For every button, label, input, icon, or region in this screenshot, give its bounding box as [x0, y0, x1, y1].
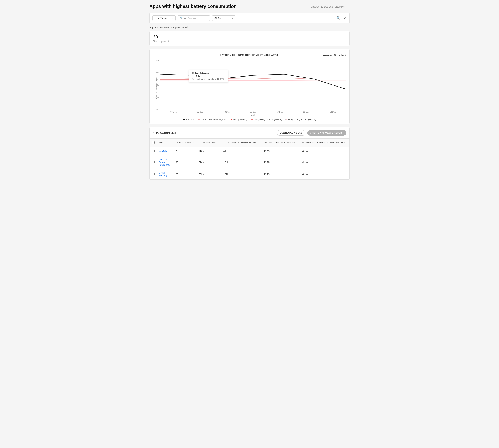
- sort-device-count-icon[interactable]: ↕: [193, 142, 194, 144]
- note-bar: App: low device count apps excluded: [149, 26, 350, 29]
- legend-dot-google-pay: [251, 119, 253, 120]
- download-csv-button[interactable]: DOWNLOAD AS CSV: [277, 130, 305, 136]
- row-checkbox-cell[interactable]: [150, 147, 156, 156]
- legend-youtube: YouTube: [183, 118, 194, 121]
- chart-x-axis: 06 Dec 07 Dec 08 Dec 09 Dec 10 Dec 11 De…: [160, 111, 346, 113]
- filter-button[interactable]: ⊽: [343, 15, 347, 21]
- sort-avg-battery-icon[interactable]: ↓: [297, 142, 298, 144]
- cell-device-count-1: 30: [173, 156, 196, 169]
- x-tick-06dec: 06 Dec: [160, 111, 187, 113]
- cell-avg-battery-0: 11.8%: [261, 147, 300, 156]
- cell-network-2: 2,902.71MB: [348, 169, 349, 179]
- cell-avg-battery-2: 11.7%: [261, 169, 300, 179]
- create-report-button[interactable]: CREATE APP USAGE REPORT: [307, 130, 346, 136]
- x-tick-11dec: 11 Dec: [293, 111, 319, 113]
- total-app-count: 30: [153, 34, 346, 40]
- cell-total-run-0: 118h: [196, 147, 221, 156]
- cell-app-2: Group Sharing: [156, 169, 173, 179]
- select-all-checkbox[interactable]: [152, 141, 154, 144]
- col-total-run: TOTAL RUN TIME ↕: [196, 139, 221, 147]
- chevron-down-icon: ▾: [232, 17, 233, 19]
- tooltip-date: 07 Dec, Saturday: [192, 72, 226, 74]
- chevron-down-icon: ▾: [172, 17, 173, 19]
- x-tick-08dec: 08 Dec: [213, 111, 240, 113]
- cell-total-run-2: 593h: [196, 169, 221, 179]
- col-avg-battery: AVG. BATTERY CONSUMPTION ↓: [261, 139, 300, 147]
- chart-title: BATTERY CONSUMPTION OF MOST USED APPS: [175, 54, 323, 56]
- row-checkbox-cell[interactable]: [150, 156, 156, 169]
- app-link-2[interactable]: Group Sharing: [159, 171, 167, 177]
- app-list-card: APPLICATION LIST DOWNLOAD AS CSV CREATE …: [149, 127, 350, 180]
- x-tick-12dec: 12 Dec: [319, 111, 346, 113]
- chart-mode-normalized[interactable]: Normalized: [334, 54, 346, 56]
- cell-normalized-2: 4.1%: [300, 169, 348, 179]
- x-tick-10dec: 10 Dec: [266, 111, 293, 113]
- cell-foreground-2: 207h: [221, 169, 261, 179]
- table-row: Group Sharing 30 593h 207h 11.7% 4.1% 2,…: [150, 169, 349, 179]
- col-foreground-run: TOTAL FOREGROUND RUN TIME ↕: [221, 139, 261, 147]
- col-network: AVG. NETWORK DATA USAGE ↕: [348, 139, 349, 147]
- sort-normalized-icon[interactable]: ↕: [344, 142, 345, 144]
- app-list-title: APPLICATION LIST: [153, 132, 176, 134]
- x-tick-09dec: 09 Dec: [240, 111, 266, 113]
- app-table-container: APP ↕ DEVICE COUNT ↕ TOTAL RUN TIME ↕: [150, 139, 349, 179]
- sort-total-run-icon[interactable]: ↕: [217, 142, 218, 144]
- cell-device-count-2: 30: [173, 169, 196, 179]
- table-header-row: APP ↕ DEVICE COUNT ↕ TOTAL RUN TIME ↕: [150, 139, 349, 147]
- more-options-icon[interactable]: ⋮: [347, 5, 350, 9]
- apps-filter[interactable]: All Apps ▾: [212, 15, 235, 21]
- select-all-cell[interactable]: [150, 139, 156, 147]
- chart-mode: Average | Normalized: [323, 54, 346, 56]
- cell-app-0: YouTube: [156, 147, 173, 156]
- x-tick-07dec: 07 Dec: [187, 111, 213, 113]
- cell-total-run-1: 594h: [196, 156, 221, 169]
- tooltip-app: You Tube: [192, 75, 226, 78]
- cell-normalized-1: 4.1%: [300, 156, 348, 169]
- col-normalized: NORMALIZED BATTERY CONSUMPTION ↕: [300, 139, 348, 147]
- cell-network-0: 3,038.66MB: [348, 147, 349, 156]
- legend-android-screen: Android Screen Intelligence: [198, 118, 227, 121]
- col-device-count: DEVICE COUNT ↕: [173, 139, 196, 147]
- cell-app-1: Android Screen Intelligence: [156, 156, 173, 169]
- filters-bar: Last 7 days ▾ 🔍 All Groups All Apps ▾ 🔍 …: [149, 13, 350, 23]
- chart-tooltip: 07 Dec, Saturday You Tube Avg. battery c…: [189, 70, 228, 82]
- legend-dot-android-screen: [198, 119, 200, 120]
- tooltip-value: Avg. battery consumption: 12.18%: [192, 78, 226, 80]
- app-list-actions: DOWNLOAD AS CSV CREATE APP USAGE REPORT: [277, 130, 346, 136]
- chart-legend: YouTube Android Screen Intelligence Grou…: [153, 118, 346, 121]
- app-link-0[interactable]: YouTube: [159, 150, 168, 152]
- table-row: YouTube 6 118h 41h 11.8% 4.2% 3,038.66MB…: [150, 147, 349, 156]
- app-link-1[interactable]: Android Screen Intelligence: [159, 158, 171, 166]
- sort-app-icon[interactable]: ↕: [164, 142, 165, 144]
- stat-card: 30 Total app count: [149, 31, 350, 46]
- battery-chart-svg: [160, 59, 346, 109]
- search-button[interactable]: 🔍: [336, 15, 341, 21]
- y-axis-label: Battery Consumption (%): [156, 77, 158, 99]
- table-row: Android Screen Intelligence 30 594h 204h…: [150, 156, 349, 169]
- x-axis-label: Date: [160, 114, 346, 116]
- row-checkbox-cell[interactable]: [150, 169, 156, 179]
- groups-filter[interactable]: 🔍 All Groups: [178, 15, 210, 21]
- chart-mode-average[interactable]: Average: [323, 54, 332, 56]
- col-app: APP ↕: [156, 139, 173, 147]
- cell-avg-battery-1: 11.7%: [261, 156, 300, 169]
- legend-google-play: Google Play Store – (KDILG): [285, 118, 316, 121]
- cell-device-count-0: 6: [173, 147, 196, 156]
- stat-label: Total app count: [153, 40, 346, 43]
- search-icon: 🔍: [180, 17, 183, 19]
- row-checkbox-1[interactable]: [152, 161, 154, 163]
- time-range-filter[interactable]: Last 7 days ▾: [152, 15, 176, 21]
- app-list-header: APPLICATION LIST DOWNLOAD AS CSV CREATE …: [150, 127, 349, 139]
- legend-group-sharing: Group Sharing: [231, 118, 247, 121]
- sort-foreground-run-icon[interactable]: ↕: [258, 142, 259, 144]
- row-checkbox-2[interactable]: [152, 173, 154, 175]
- chart-card: BATTERY CONSUMPTION OF MOST USED APPS Av…: [149, 49, 350, 124]
- row-checkbox-0[interactable]: [152, 150, 154, 152]
- legend-dot-group-sharing: [231, 119, 232, 120]
- page-title: Apps with highest battery consumption: [149, 4, 237, 9]
- legend-google-pay: Google Pay services (KDILG): [251, 118, 282, 121]
- cell-foreground-1: 204h: [221, 156, 261, 169]
- cell-network-1: 2,903.44MB: [348, 156, 349, 169]
- legend-dot-youtube: [183, 119, 185, 120]
- updated-timestamp: Updated: 12 Dec 2024 05:30 PM: [311, 5, 345, 8]
